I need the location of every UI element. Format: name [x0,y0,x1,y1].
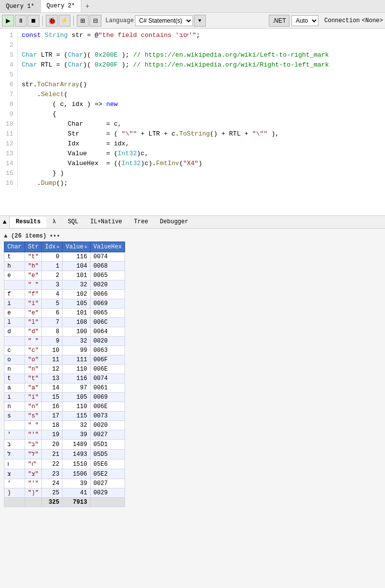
table-row: e"e"61010065 [4,309,125,318]
results-tab-λ[interactable]: λ [46,217,62,227]
lang-arrow-button[interactable]: ▼ [194,15,206,27]
cell-str: "a" [25,383,42,393]
cell-value: 115 [63,412,90,421]
cell-str: "c" [25,346,42,355]
grid2-button[interactable]: ⊟ [90,15,101,27]
cell-idx: 19 [42,430,63,440]
col-header-valuehex: ValueHex [90,242,125,252]
cell-value: 101 [63,271,90,280]
cell-char: ב [4,440,25,450]
cell-str: "o" [25,355,42,365]
col-header-value[interactable]: Value≡ [63,242,90,252]
table-row: '"'"19390027 [4,430,125,440]
stop-button[interactable]: ⏹ [28,15,39,27]
code-line: 10 Char = c, [0,119,385,129]
results-tab-debugger[interactable]: Debugger [154,217,194,227]
results-tab-results[interactable]: Results [10,217,46,228]
cell-idx: 12 [42,365,63,374]
code-line: 14 ValueHex = ((Int32)c).FmtInv("X4") [0,159,385,169]
auto-dropdown[interactable]: Auto [291,15,319,26]
cell-idx: 16 [42,402,63,412]
cell-value: 116 [63,374,90,383]
results-tab-sql[interactable]: SQL [62,217,85,227]
table-row: o"o"11111006F [4,355,125,365]
cell-value: 105 [63,299,90,309]
cell-valuehex: 0069 [90,299,125,309]
cell-value: 100 [63,327,90,337]
tab-query1[interactable]: Query 1* [0,0,41,12]
cell-valuehex: 0066 [90,290,125,299]
cell-char [4,421,25,430]
cell-value: 1510 [63,459,90,469]
code-line: 7 .Select( [0,90,385,100]
item-count-label: ▲ (26 items) [4,233,46,240]
cell-value: 110 [63,365,90,374]
line-content: .Dump(); [22,178,68,188]
toolbar: ▶ ⏸ ⏹ 🐞 ⚡ ⊞ ⊟ Language C# Statement(s) ▼… [0,13,385,29]
cell-str: "'" [25,479,42,488]
cell-value: 108 [63,318,90,327]
code-line: 13 Value = (Int32)c, [0,149,385,159]
line-number: 13 [0,149,18,159]
line-number: 1 [0,31,18,40]
options-icon[interactable]: ••• [49,233,60,240]
cell-valuehex: 0020 [90,337,125,346]
cell-idx: 5 [42,299,63,309]
pause-button[interactable]: ⏸ [15,15,27,27]
line-content: ( c, idx ) => new [22,100,118,109]
code-line: 15 } ) [0,169,385,178]
table-row: ו"ו"22151005E6 [4,459,125,469]
cell-idx: 21 [42,450,63,459]
code-line: 5 [0,70,385,80]
cell-value: 32 [63,337,90,346]
cell-str: "h" [25,262,42,271]
results-tab-il+native[interactable]: IL+Native [84,217,128,227]
cell-idx: 7 [42,318,63,327]
cell-char: ) [4,488,25,498]
cell-valuehex: 0074 [90,374,125,383]
run-button[interactable]: ▶ [2,15,14,27]
cell-idx: 3 [42,280,63,290]
cell-idx: 22 [42,459,63,469]
cell-value: 101 [63,309,90,318]
cell-idx: 1 [42,262,63,271]
line-number: 16 [0,178,18,188]
cell-str: " " [25,337,42,346]
code-editor[interactable]: 1const String str = @"the field contains… [0,29,385,216]
col-header-char: Char [4,242,25,252]
table-row: t"t"01160074 [4,252,125,262]
code-line: 2 [0,40,385,50]
line-content: const String str = @"the field contains … [22,31,200,40]
col-header-idx[interactable]: Idx≡ [42,242,63,252]
line-content: } ) [22,169,64,178]
sort-icon[interactable]: ≡ [57,245,59,250]
cell-str: "e" [25,309,42,318]
cell-char [4,280,25,290]
language-dropdown[interactable]: C# Statement(s) [135,15,193,26]
net-button[interactable]: .NET [269,15,289,27]
cell-valuehex: 05E6 [90,459,125,469]
cell-idx: 8 [42,327,63,337]
table-row: d"d"81000064 [4,327,125,337]
debug-button[interactable]: 🐞 [46,15,58,27]
cell-char: o [4,355,25,365]
table-row: n"n"12110006E [4,365,125,374]
line-content: Char RTL = (Char)( 0x200F ); // https://… [22,60,329,70]
cell-char: t [4,252,25,262]
toolbar-separator-1 [42,16,43,26]
tab-query2[interactable]: Query 2* [41,0,82,12]
cell-str: "d" [25,327,42,337]
cell-char: e [4,271,25,280]
tab-add-button[interactable]: + [81,1,93,12]
results-collapse-button[interactable]: ▲ [0,216,10,229]
step-button[interactable]: ⚡ [59,15,70,27]
cell-valuehex: 05D1 [90,440,125,450]
code-line: 11 Str = ( "\"" + LTR + c.ToString() + R… [0,129,385,139]
results-tab-tree[interactable]: Tree [128,217,154,227]
sort-icon[interactable]: ≡ [84,245,87,250]
cell-idx: 6 [42,309,63,318]
totals-row: 3257913 [4,498,125,507]
code-line: 4Char RTL = (Char)( 0x200F ); // https:/… [0,60,385,70]
grid1-button[interactable]: ⊞ [77,15,89,27]
cell-value: 111 [63,355,90,365]
